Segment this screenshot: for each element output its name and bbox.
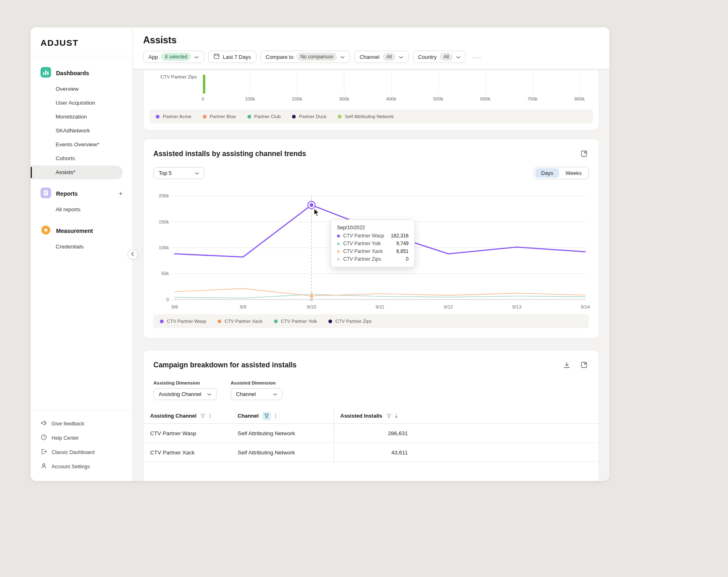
filter-icon[interactable] (386, 414, 391, 418)
assisting-channel-cell: CTV Partner Xack (144, 450, 238, 456)
days-weeks-toggle: Days Weeks (534, 167, 589, 179)
channel-filter[interactable]: Channel All (354, 51, 409, 63)
sidebar-item-reports[interactable]: Reports + (31, 184, 133, 203)
top-n-select[interactable]: Top 5 (153, 167, 204, 179)
trends-card: Assisted installs by assisting channel t… (143, 139, 599, 338)
trends-card-title: Assisted installs by assisting channel t… (153, 150, 306, 158)
column-header-assisting-channel[interactable]: Assisting Channel (144, 413, 238, 419)
svg-text:200k: 200k (159, 193, 169, 198)
legend-item[interactable]: Partner Club (247, 114, 281, 119)
sidebar-item-credentials[interactable]: Credentials (31, 240, 123, 254)
app-filter[interactable]: App 8 selected (143, 51, 204, 63)
series-dot (337, 242, 340, 245)
compare-filter[interactable]: Compare to No comparison (261, 51, 351, 63)
tooltip-row: CTV Partner Wasp182,316 (337, 233, 409, 239)
toggle-days[interactable]: Days (535, 168, 559, 178)
sidebar-item-all-reports[interactable]: All reports (31, 203, 123, 217)
svg-text:?: ? (43, 435, 45, 439)
sidebar-item-monetization[interactable]: Monetization (31, 110, 123, 124)
column-header-assisted-installs[interactable]: Assisted Installs (334, 413, 408, 419)
trends-line-chart[interactable]: 050k100k150k200k9/89/99/109/119/129/139/… (153, 183, 589, 313)
sidebar-item-user-acquisition[interactable]: User Acquisition (31, 96, 123, 110)
expand-icon[interactable] (579, 360, 589, 370)
app-window: ADJUST Dashboards Overview User Acquisit… (31, 27, 609, 481)
sort-desc-icon[interactable] (394, 414, 398, 418)
breakdown-card-title: Campaign breakdown for assisted installs (153, 361, 297, 369)
assisted-dimension-control: Assisted Dimension Channel (231, 380, 283, 400)
download-icon[interactable] (562, 360, 572, 370)
tooltip-row: CTV Partner Zips0 (337, 256, 409, 262)
give-feedback-link[interactable]: Give feedback (31, 416, 133, 431)
chevron-down-icon (207, 391, 211, 397)
legend-dot (156, 115, 160, 119)
svg-text:50k: 50k (161, 271, 169, 276)
question-icon: ? (40, 434, 47, 442)
table-row: CTV Partner Wasp Self Attributing Networ… (144, 424, 334, 443)
bar-rect[interactable] (203, 75, 205, 94)
legend-dot (160, 320, 164, 323)
bar-chart-plot[interactable]: CTV Partner Zips (144, 70, 599, 94)
country-filter[interactable]: Country All (413, 51, 466, 63)
legend-item[interactable]: CTV Partner Yolk (274, 319, 317, 324)
sidebar-footer: Give feedback ? Help Center Classic Dash… (31, 410, 133, 481)
content-scroll-area[interactable]: CTV Partner Zips 0100k200k300k400k500k60… (133, 69, 609, 481)
legend-dot (328, 320, 332, 323)
table-row: 286,631 (334, 424, 599, 443)
table-row: 43,611 (334, 443, 599, 462)
active-filter-icon[interactable] (263, 412, 271, 420)
toggle-weeks[interactable]: Weeks (560, 168, 588, 178)
svg-text:9/9: 9/9 (240, 304, 246, 309)
sidebar-item-overview[interactable]: Overview (31, 82, 123, 96)
add-report-button[interactable]: + (119, 190, 123, 198)
chevron-left-icon (130, 251, 135, 258)
country-badge: All (440, 53, 452, 61)
column-header-channel[interactable]: Channel (238, 412, 334, 420)
classic-dashboard-link[interactable]: Classic Dashboard (31, 445, 133, 459)
legend-item[interactable]: Partner Acme (156, 114, 191, 119)
account-settings-link[interactable]: Account Settings (31, 459, 133, 474)
svg-text:0: 0 (166, 297, 169, 302)
chevron-down-icon (194, 54, 199, 60)
svg-text:150k: 150k (159, 219, 169, 224)
mouse-cursor (314, 208, 321, 219)
main-area: Assists App 8 selected Last 7 Days Compa… (133, 27, 609, 481)
channel-badge: All (383, 53, 395, 61)
bar-category-label: CTV Partner Zips (144, 74, 197, 79)
legend-item[interactable]: CTV Partner Zips (328, 319, 372, 324)
tooltip-date: Sep/10/2022 (337, 225, 409, 230)
legend-item[interactable]: Partner Duck (292, 114, 326, 119)
sidebar: ADJUST Dashboards Overview User Acquisit… (31, 27, 133, 481)
legend-item[interactable]: CTV Partner Wasp (160, 319, 206, 324)
sidebar-item-measurement[interactable]: Measurement (31, 221, 133, 240)
legend-item[interactable]: Self Attributing Network (338, 114, 394, 119)
sidebar-item-assists[interactable]: Assists* (31, 165, 123, 179)
date-range-filter[interactable]: Last 7 Days (208, 51, 256, 63)
help-center-link[interactable]: ? Help Center (31, 431, 133, 445)
sidebar-item-skadnetwork[interactable]: SKAdNetwork (31, 124, 123, 138)
sidebar-item-cohorts[interactable]: Cohorts (31, 152, 123, 165)
sort-icon[interactable] (208, 414, 212, 418)
assisting-dimension-select[interactable]: Assisting Channel (153, 388, 217, 400)
section-label: Reports (56, 190, 78, 197)
legend-dot (203, 115, 207, 119)
assisted-dimension-label: Assisted Dimension (231, 380, 283, 385)
sidebar-item-events-overview[interactable]: Events Overview* (31, 138, 123, 152)
nav-section-measurement: Measurement Credentials (31, 221, 133, 254)
chevron-down-icon (195, 170, 199, 176)
assisted-dimension-select[interactable]: Channel (231, 388, 283, 400)
section-label: Dashboards (56, 70, 89, 76)
expand-icon[interactable] (579, 149, 589, 159)
legend-item[interactable]: CTV Partner Xack (218, 319, 263, 324)
more-filters-button[interactable]: ··· (470, 54, 485, 60)
legend-item[interactable]: Partner Blue (203, 114, 236, 119)
calendar-icon (213, 53, 220, 60)
svg-text:9/13: 9/13 (512, 304, 521, 309)
page-title: Assists (143, 35, 599, 46)
assisting-dimension-label: Assisting Dimension (153, 380, 217, 385)
channel-cell: Self Attributing Network (238, 430, 334, 436)
sort-icon[interactable] (274, 414, 278, 418)
sidebar-collapse-button[interactable] (128, 249, 138, 259)
sidebar-item-dashboards[interactable]: Dashboards (31, 64, 133, 82)
tooltip-row: CTV Partner Yolk9,749 (337, 241, 409, 246)
filter-icon[interactable] (200, 414, 205, 418)
